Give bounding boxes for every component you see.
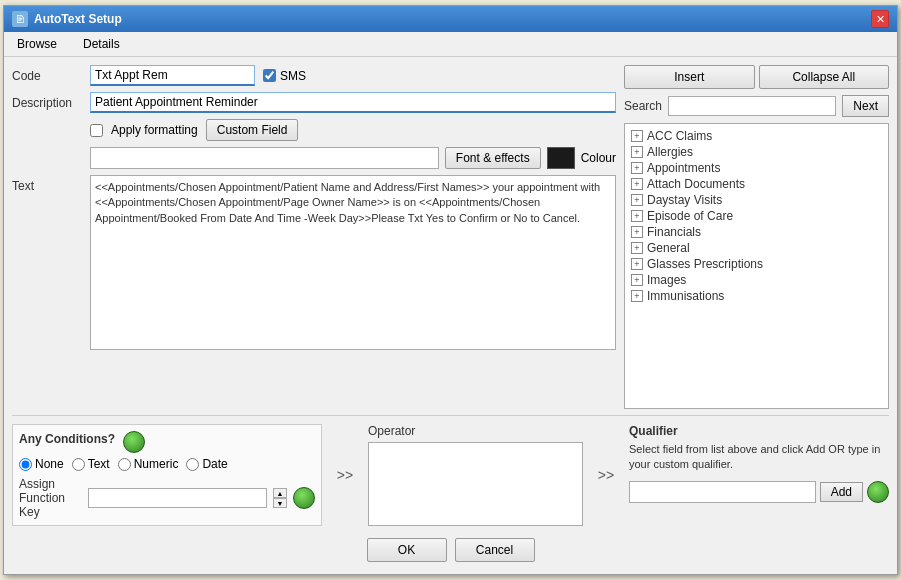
func-row: Assign Function Key ▲ ▼ [19, 477, 315, 519]
tree-label-financials: Financials [647, 225, 701, 239]
title-bar-left: 🖹 AutoText Setup [12, 11, 122, 27]
text-label: Text [12, 175, 82, 193]
arrow-panel-2: >> [591, 424, 621, 526]
conditions-add-button[interactable] [123, 431, 145, 453]
custom-field-button[interactable]: Custom Field [206, 119, 299, 141]
main-textarea[interactable]: <<Appointments/Chosen Appointment/Patien… [90, 175, 616, 350]
next-button[interactable]: Next [842, 95, 889, 117]
window-title: AutoText Setup [34, 12, 122, 26]
expand-icon-financials[interactable]: + [631, 226, 643, 238]
close-button[interactable]: ✕ [871, 10, 889, 28]
search-row: Search Next [624, 95, 889, 117]
left-panel: Code SMS Description Apply formatting [12, 65, 616, 409]
expand-icon-attach[interactable]: + [631, 178, 643, 190]
code-input[interactable] [90, 65, 255, 86]
tree-item-glasses[interactable]: + Glasses Prescriptions [629, 256, 884, 272]
tree-item-episode[interactable]: + Episode of Care [629, 208, 884, 224]
expand-icon-daystay[interactable]: + [631, 194, 643, 206]
func-spinner: ▲ ▼ [273, 488, 287, 508]
tree-item-acc-claims[interactable]: + ACC Claims [629, 128, 884, 144]
menu-browse[interactable]: Browse [8, 34, 66, 54]
tree-item-immunisations[interactable]: + Immunisations [629, 288, 884, 304]
tree-label-glasses: Glasses Prescriptions [647, 257, 763, 271]
menu-details[interactable]: Details [74, 34, 129, 54]
expand-icon-episode[interactable]: + [631, 210, 643, 222]
operator-textarea[interactable] [368, 442, 583, 526]
spin-down-button[interactable]: ▼ [273, 498, 287, 508]
radio-text[interactable]: Text [72, 457, 110, 471]
expand-icon-images[interactable]: + [631, 274, 643, 286]
expand-icon-appointments[interactable]: + [631, 162, 643, 174]
tree-label-general: General [647, 241, 690, 255]
operator-label: Operator [368, 424, 583, 438]
tree-label-immunisations: Immunisations [647, 289, 724, 303]
tree-item-financials[interactable]: + Financials [629, 224, 884, 240]
tree-item-attach-docs[interactable]: + Attach Documents [629, 176, 884, 192]
expand-icon-acc[interactable]: + [631, 130, 643, 142]
window-icon: 🖹 [12, 11, 28, 27]
tree-item-general[interactable]: + General [629, 240, 884, 256]
func-key-input[interactable] [88, 488, 267, 508]
code-label: Code [12, 69, 82, 83]
search-input[interactable] [668, 96, 836, 116]
radio-date[interactable]: Date [186, 457, 227, 471]
cancel-button[interactable]: Cancel [455, 538, 535, 562]
qualifier-panel: Qualifier Select field from list above a… [629, 424, 889, 526]
description-input[interactable] [90, 92, 616, 113]
collapse-all-button[interactable]: Collapse All [759, 65, 890, 89]
title-bar: 🖹 AutoText Setup ✕ [4, 6, 897, 32]
sms-label: SMS [280, 69, 306, 83]
operator-panel: Operator [368, 424, 583, 526]
tree-item-appointments[interactable]: + Appointments [629, 160, 884, 176]
tree-label-images: Images [647, 273, 686, 287]
font-input[interactable] [90, 147, 439, 169]
text-area-wrapper: Text <<Appointments/Chosen Appointment/P… [12, 175, 616, 409]
tree-item-daystay[interactable]: + Daystay Visits [629, 192, 884, 208]
colour-label: Colour [581, 151, 616, 165]
tree-item-images[interactable]: + Images [629, 272, 884, 288]
qualifier-input[interactable] [629, 481, 816, 503]
arrow-panel: >> [330, 424, 360, 526]
tree-label-acc: ACC Claims [647, 129, 712, 143]
qualifier-title: Qualifier [629, 424, 889, 438]
arrow-right-icon: >> [337, 467, 353, 483]
radio-none[interactable]: None [19, 457, 64, 471]
tree-item-allergies[interactable]: + Allergies [629, 144, 884, 160]
assign-func-label: Assign Function Key [19, 477, 82, 519]
apply-formatting-label: Apply formatting [111, 123, 198, 137]
tree-label-allergies: Allergies [647, 145, 693, 159]
description-row: Description [12, 92, 616, 113]
formatting-row: Apply formatting Custom Field [90, 119, 616, 141]
right-buttons: Insert Collapse All [624, 65, 889, 89]
ok-button[interactable]: OK [367, 538, 447, 562]
font-row: Font & effects Colour [90, 147, 616, 169]
apply-formatting-checkbox[interactable] [90, 124, 103, 137]
font-effects-button[interactable]: Font & effects [445, 147, 541, 169]
tree-label-daystay: Daystay Visits [647, 193, 722, 207]
conditions-panel: Any Conditions? None Text Numeric [12, 424, 322, 526]
expand-icon-glasses[interactable]: + [631, 258, 643, 270]
qualifier-input-row: Add [629, 481, 889, 503]
radio-numeric[interactable]: Numeric [118, 457, 179, 471]
menu-bar: Browse Details [4, 32, 897, 57]
qualifier-desc: Select field from list above and click A… [629, 442, 889, 473]
expand-icon-immunisations[interactable]: + [631, 290, 643, 302]
content-area: Code SMS Description Apply formatting [4, 57, 897, 574]
expand-icon-allergies[interactable]: + [631, 146, 643, 158]
bottom-section: Any Conditions? None Text Numeric [12, 415, 889, 526]
right-panel: Insert Collapse All Search Next + ACC Cl… [624, 65, 889, 409]
tree-container: + ACC Claims + Allergies + Appointments … [624, 123, 889, 409]
insert-button[interactable]: Insert [624, 65, 755, 89]
qualifier-go-button[interactable] [867, 481, 889, 503]
radio-group: None Text Numeric Date [19, 457, 315, 471]
spin-up-button[interactable]: ▲ [273, 488, 287, 498]
func-go-button[interactable] [293, 487, 315, 509]
color-swatch[interactable] [547, 147, 575, 169]
code-row: Code SMS [12, 65, 616, 86]
conditions-title: Any Conditions? [19, 432, 115, 446]
footer: OK Cancel [12, 532, 889, 566]
sms-checkbox[interactable] [263, 69, 276, 82]
add-button[interactable]: Add [820, 482, 863, 502]
expand-icon-general[interactable]: + [631, 242, 643, 254]
tree-label-attach: Attach Documents [647, 177, 745, 191]
